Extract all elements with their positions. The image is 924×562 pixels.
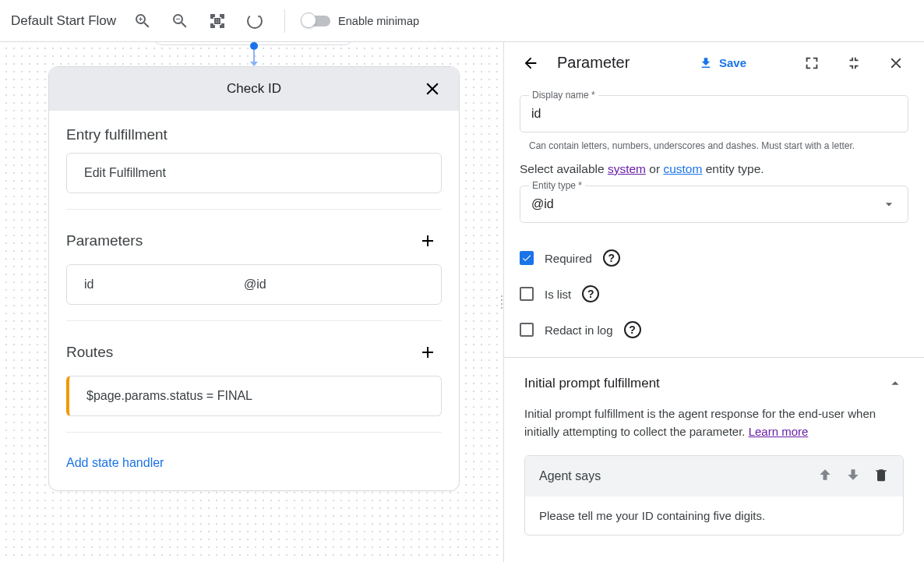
initial-prompt-accordion: Initial prompt fulfillment Initial promp… bbox=[504, 357, 924, 535]
is-list-label: Is list bbox=[545, 288, 571, 301]
parameter-row[interactable]: id @id bbox=[66, 264, 442, 305]
reset-layout-icon[interactable] bbox=[239, 5, 270, 37]
resize-handle[interactable] bbox=[499, 287, 504, 318]
entity-type-value: @id bbox=[531, 197, 554, 211]
toolbar: Default Start Flow Enable minimap bbox=[0, 0, 924, 42]
routes-title: Routes bbox=[66, 344, 113, 361]
entity-type-select[interactable]: @id bbox=[520, 186, 908, 223]
close-icon[interactable] bbox=[415, 72, 450, 106]
chevron-up-icon[interactable] bbox=[887, 375, 904, 392]
back-icon[interactable] bbox=[515, 48, 546, 79]
entity-type-label: Entity type * bbox=[529, 180, 585, 191]
required-row: Required ? bbox=[520, 249, 908, 267]
panel-header: Parameter Save bbox=[504, 42, 924, 84]
flow-title: Default Start Flow bbox=[11, 13, 116, 29]
custom-link[interactable]: custom bbox=[663, 162, 702, 175]
fit-view-icon[interactable] bbox=[202, 5, 233, 37]
redact-label: Redact in log bbox=[545, 323, 613, 337]
system-link[interactable]: system bbox=[608, 162, 646, 175]
help-icon[interactable]: ? bbox=[582, 285, 599, 302]
panel-title: Parameter bbox=[557, 54, 679, 72]
add-parameter-icon[interactable] bbox=[414, 227, 442, 255]
node-card: Check ID Entry fulfillment Edit Fulfillm… bbox=[48, 66, 460, 491]
exit-fullscreen-icon[interactable] bbox=[838, 48, 869, 79]
add-state-handler-button[interactable]: Add state handler bbox=[66, 450, 442, 484]
redact-checkbox[interactable] bbox=[520, 323, 534, 337]
display-name-hint: Can contain letters, numbers, underscore… bbox=[520, 137, 908, 162]
save-button[interactable]: Save bbox=[689, 50, 756, 76]
node-title: Check ID bbox=[227, 81, 281, 97]
entity-type-prompt: Select available system or custom entity… bbox=[520, 162, 908, 176]
svg-point-0 bbox=[216, 19, 219, 23]
display-name-input[interactable] bbox=[520, 95, 908, 133]
minimap-toggle[interactable]: Enable minimap bbox=[299, 15, 419, 27]
add-route-icon[interactable] bbox=[414, 338, 442, 366]
required-checkbox[interactable] bbox=[520, 251, 534, 265]
redact-row: Redact in log ? bbox=[520, 321, 908, 338]
move-down-icon[interactable] bbox=[845, 467, 861, 486]
chevron-down-icon bbox=[881, 196, 897, 212]
toggle-switch[interactable] bbox=[302, 16, 330, 27]
param-name: id bbox=[84, 277, 244, 292]
entity-type-field-group: Entity type * @id bbox=[520, 186, 908, 223]
learn-more-link[interactable]: Learn more bbox=[749, 425, 809, 438]
is-list-checkbox[interactable] bbox=[520, 287, 534, 301]
save-label: Save bbox=[719, 56, 746, 69]
edit-fulfillment-button[interactable]: Edit Fulfillment bbox=[66, 153, 442, 193]
agent-says-card: Agent says Please tell me your ID contai… bbox=[524, 455, 904, 535]
connector bbox=[253, 42, 255, 66]
required-label: Required bbox=[545, 252, 592, 265]
help-icon[interactable]: ? bbox=[624, 321, 641, 338]
is-list-row: Is list ? bbox=[520, 285, 908, 302]
parameter-panel: Parameter Save Display name * Can contai… bbox=[503, 42, 924, 562]
agent-says-label: Agent says bbox=[539, 469, 601, 483]
accordion-description: Initial prompt fulfillment is the agent … bbox=[524, 405, 904, 441]
zoom-out-icon[interactable] bbox=[164, 5, 196, 37]
delete-icon[interactable] bbox=[873, 467, 889, 486]
agent-response-text[interactable]: Please tell me your ID containing five d… bbox=[525, 497, 903, 535]
help-icon[interactable]: ? bbox=[603, 249, 620, 267]
minimap-label: Enable minimap bbox=[338, 15, 419, 27]
toolbar-divider bbox=[284, 9, 285, 33]
route-row[interactable]: $page.params.status = FINAL bbox=[66, 376, 442, 416]
entry-fulfillment-title: Entry fulfillment bbox=[66, 126, 168, 143]
accordion-title: Initial prompt fulfillment bbox=[524, 376, 660, 391]
zoom-in-icon[interactable] bbox=[127, 5, 158, 37]
parameters-title: Parameters bbox=[66, 232, 143, 249]
node-header: Check ID bbox=[49, 67, 459, 111]
display-name-label: Display name * bbox=[529, 90, 598, 101]
fullscreen-icon[interactable] bbox=[796, 48, 827, 79]
display-name-field-group: Display name * bbox=[520, 95, 908, 133]
param-type: @id bbox=[244, 277, 266, 292]
move-up-icon[interactable] bbox=[817, 467, 833, 486]
close-panel-icon[interactable] bbox=[880, 48, 912, 79]
